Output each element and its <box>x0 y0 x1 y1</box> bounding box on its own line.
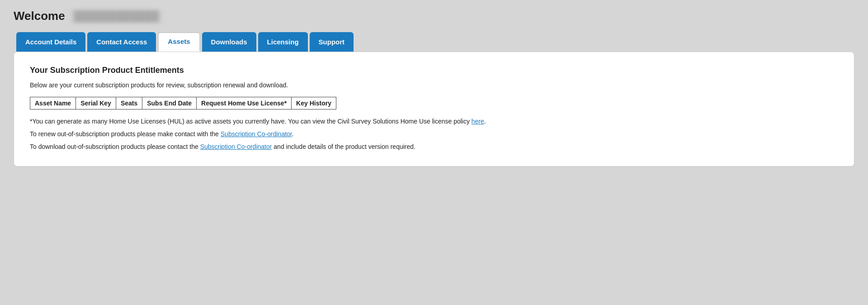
tab-downloads[interactable]: Downloads <box>202 32 256 52</box>
welcome-section: Welcome ████████████ <box>14 9 854 23</box>
tab-assets[interactable]: Assets <box>158 32 200 52</box>
col-serial-key: Serial Key <box>76 97 116 110</box>
download-coordinator-link[interactable]: Subscription Co-ordinator <box>200 143 272 150</box>
download-text: To download out-of-subscription products… <box>30 143 838 150</box>
main-content-card: Your Subscription Product Entitlements B… <box>14 52 854 167</box>
col-request-hul: Request Home Use License* <box>197 97 292 110</box>
entitlements-table: Asset Name Serial Key Seats Subs End Dat… <box>30 97 336 110</box>
tab-account-details[interactable]: Account Details <box>16 32 85 52</box>
tabs-bar: Account Details Contact Access Assets Do… <box>14 32 854 52</box>
section-desc: Below are your current subscription prod… <box>30 81 838 89</box>
renew-coordinator-link[interactable]: Subscription Co-ordinator <box>221 130 292 138</box>
tab-licensing[interactable]: Licensing <box>258 32 308 52</box>
hul-policy-link[interactable]: here <box>472 118 484 125</box>
note-text: *You can generate as many Home Use Licen… <box>30 118 838 125</box>
tab-contact-access[interactable]: Contact Access <box>87 32 156 52</box>
tab-support[interactable]: Support <box>310 32 354 52</box>
col-asset-name: Asset Name <box>30 97 76 110</box>
table-header-row: Asset Name Serial Key Seats Subs End Dat… <box>30 97 336 110</box>
col-subs-end-date: Subs End Date <box>142 97 197 110</box>
section-title: Your Subscription Product Entitlements <box>30 66 838 75</box>
welcome-label: Welcome <box>14 9 65 23</box>
col-seats: Seats <box>116 97 142 110</box>
renew-text: To renew out-of-subscription products pl… <box>30 130 838 138</box>
username-display: ████████████ <box>71 10 162 23</box>
col-key-history: Key History <box>292 97 336 110</box>
